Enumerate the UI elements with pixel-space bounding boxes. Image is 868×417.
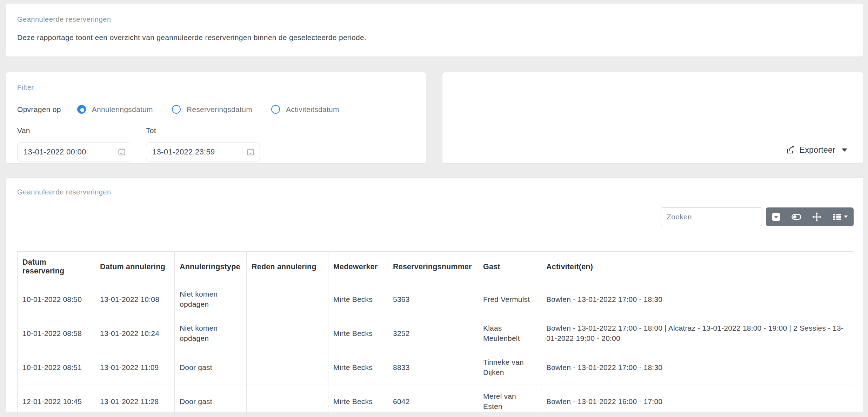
table-cell: 10-01-2022 08:50 xyxy=(18,282,95,316)
date-to-group: Tot xyxy=(146,126,260,161)
table-cell: Mirte Becks xyxy=(328,282,388,316)
card-view-toggle-button[interactable] xyxy=(786,207,807,226)
export-icon xyxy=(786,145,795,155)
column-header: Datum reservering xyxy=(18,252,95,282)
export-button[interactable]: Exporteer xyxy=(786,145,847,155)
table-cell: 12-01-2022 10:45 xyxy=(18,384,95,417)
table-cell: 3252 xyxy=(388,316,478,350)
table-cell: Door gast xyxy=(175,384,247,417)
radio-unselected-icon[interactable] xyxy=(271,105,280,114)
date-from-input[interactable] xyxy=(24,147,118,157)
columns-icon xyxy=(833,213,842,221)
column-header: Reserveringsnummer xyxy=(388,252,478,282)
table-cell: Tinneke van Dijken xyxy=(478,350,541,384)
radio-annuleringsdatum[interactable]: Annuleringsdatum xyxy=(77,105,153,114)
radio-label: Reserveringsdatum xyxy=(187,105,252,114)
table-cell: 13-01-2022 11:09 xyxy=(95,350,175,384)
table-title: Geannuleerde reserveringen xyxy=(17,188,854,196)
table-cell: Bowlen - 13-01-2022 17:00 - 18:30 xyxy=(541,350,854,384)
search-input[interactable] xyxy=(661,207,762,226)
table-cell: 6042 xyxy=(388,384,478,417)
column-header: Annuleringstype xyxy=(175,252,247,282)
filter-card: Filter Opvragen op Annuleringsdatum Rese… xyxy=(6,72,426,164)
radio-label: Activiteitsdatum xyxy=(286,105,339,114)
table-cell: Bowlen - 13-01-2022 16:00 - 17:00 xyxy=(541,384,854,417)
table-cell: Bowlen - 13-01-2022 17:00 - 18:30 xyxy=(541,282,854,316)
cancelled-reservations-table: Datum reservering Datum annulering Annul… xyxy=(17,251,854,417)
radio-unselected-icon[interactable] xyxy=(172,105,181,114)
table-cell: Mirte Becks xyxy=(328,384,388,417)
export-card: Exporteer xyxy=(442,72,864,164)
chevron-down-icon xyxy=(842,148,847,152)
table-cell: Niet komen opdagen xyxy=(175,282,247,316)
table-cell: Niet komen opdagen xyxy=(175,316,247,350)
table-cell: Fred Vermulst xyxy=(478,282,541,316)
table-body: 10-01-2022 08:5013-01-2022 10:08Niet kom… xyxy=(18,282,854,417)
query-type-radio-group: Opvragen op Annuleringsdatum Reservering… xyxy=(17,105,415,114)
radio-label: Annuleringsdatum xyxy=(92,105,153,114)
column-header: Medewerker xyxy=(328,252,388,282)
table-cell: Door gast xyxy=(175,350,247,384)
fullscreen-button[interactable] xyxy=(807,207,827,226)
radio-reserveringsdatum[interactable]: Reserveringsdatum xyxy=(172,105,252,114)
calendar-icon[interactable] xyxy=(118,148,126,156)
page-title: Geannuleerde reserveringen xyxy=(17,15,852,24)
report-description: Deze rapportage toont een overzicht van … xyxy=(17,33,852,42)
table-cell: 13-01-2022 10:24 xyxy=(95,316,175,350)
date-to-label: Tot xyxy=(146,126,260,135)
table-card: Geannuleerde reserveringen xyxy=(6,177,864,413)
date-from-field[interactable] xyxy=(17,143,131,161)
column-header: Datum annulering xyxy=(95,252,175,282)
table-row: 10-01-2022 08:5113-01-2022 11:09Door gas… xyxy=(18,350,854,384)
date-to-field[interactable] xyxy=(146,143,260,161)
table-cell xyxy=(247,282,328,316)
table-cell xyxy=(247,350,328,384)
caret-square-down-icon xyxy=(772,212,781,221)
radio-selected-icon[interactable] xyxy=(77,105,86,114)
move-icon xyxy=(812,212,822,222)
query-type-label: Opvragen op xyxy=(17,105,61,114)
date-to-input[interactable] xyxy=(152,147,246,157)
table-cell xyxy=(247,316,328,350)
table-cell: Mirte Becks xyxy=(328,316,388,350)
radio-activiteitsdatum[interactable]: Activiteitsdatum xyxy=(271,105,339,114)
calendar-icon[interactable] xyxy=(246,148,255,156)
toggle-icon xyxy=(791,212,802,221)
pagination-toggle-button[interactable] xyxy=(766,207,786,226)
table-toolbar xyxy=(766,207,854,226)
table-cell: Mirte Becks xyxy=(328,350,388,384)
table-cell: 5363 xyxy=(388,282,478,316)
column-header: Reden annulering xyxy=(247,252,328,282)
table-controls xyxy=(661,207,854,226)
table-cell: 13-01-2022 11:28 xyxy=(95,384,175,417)
table-cell: Bowlen - 13-01-2022 17:00 - 18:00 | Alca… xyxy=(541,316,854,350)
table-row: 10-01-2022 08:5813-01-2022 10:24Niet kom… xyxy=(18,316,854,350)
table-cell: 10-01-2022 08:58 xyxy=(18,316,95,350)
date-from-group: Van xyxy=(17,126,131,161)
chevron-down-icon xyxy=(844,216,848,218)
table-header-row: Datum reservering Datum annulering Annul… xyxy=(18,252,854,282)
column-header: Activiteit(en) xyxy=(541,252,854,282)
report-header-card: Geannuleerde reserveringen Deze rapporta… xyxy=(6,3,864,57)
table-cell: Merel van Esten xyxy=(478,384,541,417)
table-cell: 13-01-2022 10:08 xyxy=(95,282,175,316)
table-cell: 8833 xyxy=(388,350,478,384)
export-button-label: Exporteer xyxy=(800,145,835,155)
table-cell: Klaas Meulenbelt xyxy=(478,316,541,350)
columns-dropdown-button[interactable] xyxy=(827,207,854,226)
table-row: 12-01-2022 10:4513-01-2022 11:28Door gas… xyxy=(18,384,854,417)
table-cell xyxy=(247,384,328,417)
date-range-row: Van Tot xyxy=(17,126,415,161)
filter-title: Filter xyxy=(17,84,415,92)
table-cell: 10-01-2022 08:51 xyxy=(18,350,95,384)
table-row: 10-01-2022 08:5013-01-2022 10:08Niet kom… xyxy=(18,282,854,316)
date-from-label: Van xyxy=(17,126,131,135)
column-header: Gast xyxy=(478,252,541,282)
